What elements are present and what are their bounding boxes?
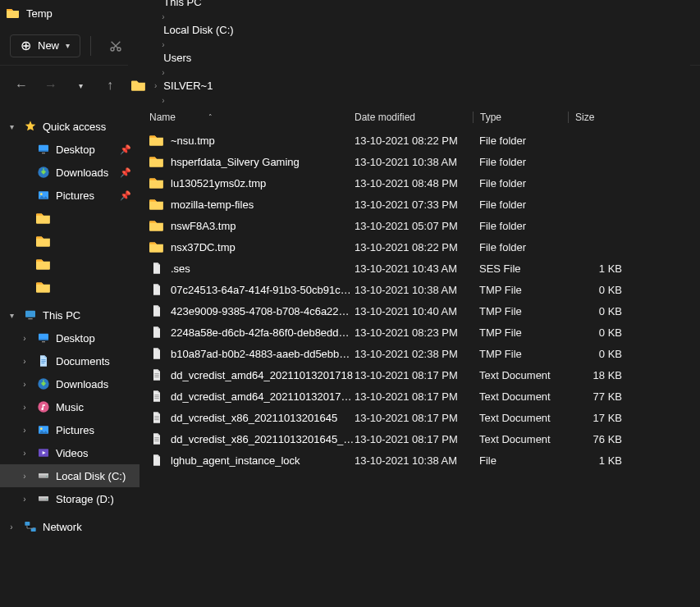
folder-icon	[36, 234, 51, 249]
network-icon	[23, 519, 38, 534]
file-type: File folder	[473, 241, 568, 253]
sidebar-item[interactable]: Downloads📌	[0, 161, 140, 184]
folder-icon	[149, 176, 164, 190]
sort-asc-icon: ˄	[208, 113, 213, 121]
svg-point-0	[111, 48, 114, 51]
column-header-date[interactable]: Date modified	[355, 112, 473, 123]
recent-button[interactable]: ▾	[69, 74, 92, 97]
file-type: File folder	[473, 135, 568, 147]
sidebar-item[interactable]	[0, 253, 140, 276]
textfile-icon	[149, 389, 164, 404]
sidebar-item[interactable]: ›Local Disk (C:)	[0, 464, 140, 487]
back-button[interactable]: ←	[10, 74, 33, 97]
file-type: TMP File	[473, 348, 568, 360]
chevron-right-icon: ›	[160, 40, 166, 49]
cut-button[interactable]	[101, 31, 130, 61]
svg-rect-7	[39, 150, 48, 151]
file-name: ~nsu.tmp	[171, 135, 215, 147]
sidebar-item[interactable]: ›Storage (D:)	[0, 487, 140, 510]
chevron-down-icon: ▾	[5, 122, 18, 131]
breadcrumb-item[interactable]: Users	[160, 50, 236, 66]
file-row[interactable]: b10a87ad-b0b2-4883-aaeb-dd5ebb5e578...13…	[140, 343, 700, 364]
breadcrumb-item[interactable]: This PC	[160, 0, 236, 10]
sidebar-item[interactable]: ›Music	[0, 395, 140, 418]
sidebar-item[interactable]: Desktop📌	[0, 138, 140, 161]
file-name: nsx37DC.tmp	[171, 241, 236, 253]
column-header-type[interactable]: Type	[473, 112, 568, 123]
file-row[interactable]: dd_vcredist_amd64_2021101320171813-10-20…	[140, 364, 700, 386]
new-button[interactable]: ⊕ New ▾	[10, 34, 80, 57]
forward-button[interactable]: →	[39, 74, 62, 97]
file-type: File folder	[473, 177, 568, 189]
file-row[interactable]: hsperfdata_Silvery Gaming13-10-2021 10:3…	[140, 151, 700, 172]
chevron-right-icon: ›	[18, 449, 31, 458]
file-row[interactable]: mozilla-temp-files13-10-2021 07:33 PMFil…	[140, 194, 700, 215]
file-row[interactable]: lghub_agent_instance_lock13-10-2021 10:3…	[140, 450, 700, 471]
file-row[interactable]: .ses13-10-2021 10:43 AMSES File1 KB	[140, 258, 700, 279]
sidebar-network[interactable]: › Network	[0, 515, 140, 538]
content: ▾ Quick access Desktop📌Downloads📌Picture…	[0, 105, 700, 607]
file-row[interactable]: 423e9009-9385-4708-b708-4c6a22b6cf67....…	[140, 300, 700, 322]
sidebar-item-label: Downloads	[56, 378, 108, 390]
sidebar-item[interactable]	[0, 207, 140, 230]
file-row[interactable]: dd_vcredist_x86_2021101320164513-10-2021…	[140, 407, 700, 428]
file-date: 13-10-2021 08:17 PM	[355, 433, 473, 445]
column-header-name[interactable]: Name˄	[149, 112, 355, 123]
sidebar-item[interactable]: Pictures📌	[0, 184, 140, 207]
file-icon	[149, 325, 164, 340]
file-row[interactable]: dd_vcredist_x86_20211013201645_000_vc...…	[140, 428, 700, 450]
sidebar-item-label: Downloads	[56, 167, 108, 179]
textfile-icon	[149, 410, 164, 425]
file-date: 13-10-2021 10:40 AM	[355, 305, 473, 317]
breadcrumb-item[interactable]: Local Disk (C:)	[160, 22, 236, 38]
file-type: TMP File	[473, 284, 568, 296]
sidebar-item[interactable]: ›Desktop	[0, 326, 140, 349]
separator	[90, 36, 91, 56]
file-row[interactable]: nswF8A3.tmp13-10-2021 05:07 PMFile folde…	[140, 215, 700, 236]
sidebar-item[interactable]: ›Videos	[0, 441, 140, 464]
sidebar-item-label: Videos	[56, 447, 89, 459]
breadcrumb-item[interactable]: SILVER~1	[160, 78, 236, 94]
sidebar-item[interactable]: ›Pictures	[0, 418, 140, 441]
sidebar-item[interactable]	[0, 230, 140, 253]
file-icon	[149, 261, 164, 276]
sidebar-item-label: Desktop	[56, 144, 95, 156]
chevron-down-icon: ▾	[66, 41, 70, 50]
file-row[interactable]: 07c24513-64a7-414f-91b3-50cb91c2c2f5.t..…	[140, 279, 700, 300]
sidebar-item[interactable]	[0, 276, 140, 299]
folder-icon	[149, 240, 164, 254]
file-row[interactable]: 2248a58e-d6cb-42fa-86f0-deb8eddccad5....…	[140, 322, 700, 343]
file-type: Text Document	[473, 369, 568, 381]
pin-icon: 📌	[120, 167, 135, 178]
sidebar-this-pc[interactable]: ▾ This PC	[0, 304, 140, 326]
plus-icon: ⊕	[21, 39, 31, 52]
disk-icon	[36, 468, 51, 483]
sidebar-item[interactable]: ›Documents	[0, 349, 140, 372]
folder-icon	[131, 78, 146, 93]
up-button[interactable]: ↑	[98, 74, 121, 97]
file-date: 13-10-2021 08:17 PM	[355, 369, 473, 381]
file-type: Text Document	[473, 412, 568, 424]
file-size: 1 KB	[568, 262, 634, 275]
documents-icon	[36, 354, 51, 368]
folder-icon	[149, 197, 164, 212]
file-row[interactable]: lu130521yms0z.tmp13-10-2021 08:48 PMFile…	[140, 172, 700, 194]
file-date: 13-10-2021 08:17 PM	[355, 412, 473, 424]
file-row[interactable]: ~nsu.tmp13-10-2021 08:22 PMFile folder	[140, 130, 700, 151]
sidebar-item-label: Documents	[56, 355, 110, 367]
file-list: ~nsu.tmp13-10-2021 08:22 PMFile folderhs…	[140, 130, 700, 471]
pin-icon: 📌	[120, 190, 135, 201]
file-type: File	[473, 454, 568, 467]
file-icon	[149, 346, 164, 361]
star-icon	[23, 119, 38, 134]
file-row[interactable]: dd_vcredist_amd64_20211013201718_000...1…	[140, 386, 700, 407]
svg-rect-15	[39, 339, 48, 340]
desktop-icon	[36, 331, 51, 345]
sidebar-item-label: Storage (D:)	[56, 493, 114, 505]
file-type: Text Document	[473, 390, 568, 403]
sidebar-quick-access[interactable]: ▾ Quick access	[0, 115, 140, 138]
sidebar-item[interactable]: ›Downloads	[0, 372, 140, 395]
file-row[interactable]: nsx37DC.tmp13-10-2021 08:22 PMFile folde…	[140, 236, 700, 258]
column-header-size[interactable]: Size	[568, 112, 634, 123]
file-date: 13-10-2021 02:38 PM	[355, 348, 473, 360]
